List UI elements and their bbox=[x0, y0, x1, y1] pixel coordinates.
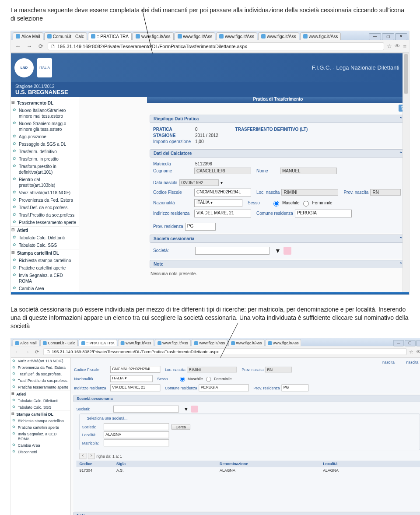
sidebar-item[interactable]: Trasferim. in prestito bbox=[11, 155, 79, 163]
radio-maschile[interactable] bbox=[273, 201, 279, 207]
sidebar-item[interactable]: Tabulato Calc. SGS bbox=[11, 404, 70, 411]
search-matricola-input[interactable] bbox=[104, 440, 169, 447]
field-societa[interactable] bbox=[113, 406, 179, 413]
sidebar-item[interactable]: Invia Segnalaz. a CED ROMA bbox=[11, 272, 79, 285]
radio-maschile[interactable] bbox=[180, 377, 185, 382]
filter-icon[interactable]: ▼ bbox=[274, 247, 282, 255]
star-icon[interactable]: ☆ bbox=[387, 43, 392, 49]
star-icon[interactable]: ☆ bbox=[409, 349, 414, 355]
sidebar-group-tesseramento[interactable]: Tesseramento DL bbox=[11, 99, 79, 107]
sidebar-item[interactable]: Passaggio da SGS a DL bbox=[11, 140, 79, 148]
forward-icon[interactable]: → bbox=[25, 42, 34, 51]
browser-tab[interactable]: www.figc.it/Ass bbox=[216, 32, 257, 40]
sidebar-item[interactable]: Rientro dal prestito(art.103bis) bbox=[11, 176, 79, 189]
eraser-icon[interactable] bbox=[284, 247, 291, 255]
browser-tab[interactable]: www.figc.it/Ass bbox=[155, 340, 191, 347]
search-societa-input[interactable] bbox=[104, 424, 169, 431]
field-comr[interactable]: PERUGIA bbox=[199, 385, 248, 392]
field-provr[interactable]: PG bbox=[281, 385, 308, 392]
sidebar-item[interactable]: Agg.posizione bbox=[11, 133, 79, 140]
panel-riepilogo[interactable]: Riepilogo Dati Pratica⌃ bbox=[150, 115, 406, 123]
sidebar-item[interactable]: Trasf.Prestito da soc.profess. bbox=[11, 378, 70, 384]
select-nazionalita[interactable]: ITALIA ▾ bbox=[194, 199, 242, 207]
sidebar-item[interactable]: Pratiche tesseramento aperte bbox=[11, 219, 79, 226]
radio-femminile[interactable] bbox=[206, 377, 211, 382]
browser-tab[interactable]: www.figc.it/Ass bbox=[300, 32, 341, 40]
url-input[interactable]: 🗋195.31.149.169:8082/Private/Tesserament… bbox=[43, 348, 407, 355]
browser-tab[interactable]: www.figc.it/Ass bbox=[133, 32, 174, 40]
sidebar-group-stampa[interactable]: Stampa cartellini DL bbox=[11, 249, 79, 257]
browser-tab[interactable]: www.figc.it/Ass bbox=[192, 340, 228, 347]
sidebar-item[interactable]: Pratiche cartellini aperte bbox=[11, 264, 79, 272]
browser-tab-active[interactable]: :: PRATICA TRA bbox=[79, 340, 117, 347]
browser-tab[interactable]: Comuni.it - Calc bbox=[44, 32, 87, 40]
pager-prev-icon[interactable]: < bbox=[80, 453, 87, 459]
pager-next-icon[interactable]: > bbox=[88, 453, 95, 459]
sidebar-item[interactable]: Variz.attività(art.118 NOIF) bbox=[11, 358, 70, 364]
search-localita-input[interactable]: ALAGNA bbox=[104, 431, 169, 438]
close-icon[interactable]: ✕ bbox=[416, 340, 420, 347]
field-cf[interactable]: CNCMNL92H02H294L bbox=[110, 366, 160, 373]
cerca-button[interactable]: Cerca bbox=[172, 424, 190, 430]
sidebar-item[interactable]: Nuovo Straniero magg.o minore già tess.e… bbox=[11, 120, 79, 133]
panel-note[interactable]: Note⌃ bbox=[150, 260, 406, 268]
menu-icon[interactable]: ≡ bbox=[403, 43, 406, 49]
panel-calciatore[interactable]: Dati del Calciatore⌃ bbox=[150, 149, 406, 158]
radio-femminile[interactable] bbox=[303, 201, 309, 207]
close-icon[interactable]: ✕ bbox=[395, 33, 407, 40]
sidebar-item[interactable]: Variz.attività(art.118 NOIF) bbox=[11, 189, 79, 196]
grid-row[interactable]: 917304 A.S. ALAGNA ALAGNA bbox=[76, 467, 420, 474]
browser-tab[interactable]: Comuni.it - Calc bbox=[40, 340, 78, 347]
browser-tab[interactable]: www.figc.it/Ass bbox=[265, 340, 301, 347]
sidebar-item[interactable]: Richiesta stampa cartellino bbox=[11, 257, 79, 264]
eye-icon[interactable]: 👁 bbox=[416, 349, 420, 355]
sidebar-item[interactable]: Trasf.Def. da soc.profess. bbox=[11, 371, 70, 378]
browser-tab[interactable]: Alice Mail bbox=[12, 340, 39, 347]
sidebar-item[interactable]: Richiesta stampa cartellino bbox=[11, 418, 70, 424]
sidebar-item[interactable]: Disconnetti bbox=[11, 449, 70, 455]
sidebar-group-atleti[interactable]: Atleti bbox=[11, 391, 70, 398]
field-societa[interactable] bbox=[195, 247, 270, 255]
sidebar-item[interactable]: Trasf.Prestito da soc.profess. bbox=[11, 211, 79, 219]
sidebar-item[interactable]: Trasf.Def. da soc.profess. bbox=[11, 204, 79, 211]
scrollbar[interactable] bbox=[402, 53, 409, 292]
sidebar-item[interactable]: Provenienza da Fed. Estera bbox=[11, 196, 79, 204]
sidebar-item[interactable]: Trasform.prestito in definitivo(art.101) bbox=[11, 163, 79, 176]
sidebar-item[interactable]: Trasferim. definitivo bbox=[11, 148, 79, 155]
maximize-icon[interactable]: ▢ bbox=[405, 340, 416, 347]
sidebar-item[interactable]: Tabulato Calc. Dilettanti bbox=[11, 398, 70, 404]
browser-tab[interactable]: www.figc.it/Ass bbox=[118, 340, 154, 347]
field-comr[interactable]: PERUGIA bbox=[295, 210, 352, 217]
field-indr[interactable]: VIA DEL MARE, 21 bbox=[194, 210, 251, 217]
select-nazionalita[interactable]: ITALIA ▾ bbox=[110, 375, 153, 382]
sidebar-item[interactable]: Provenienza da Fed. Estera bbox=[11, 364, 70, 371]
filter-icon[interactable]: ▼ bbox=[182, 406, 189, 413]
forward-icon[interactable]: → bbox=[23, 348, 31, 356]
browser-tab[interactable]: www.figc.it/Ass bbox=[175, 32, 216, 40]
eye-icon[interactable]: 👁 bbox=[395, 43, 400, 49]
minimize-icon[interactable]: — bbox=[393, 340, 404, 347]
minimize-icon[interactable]: — bbox=[369, 33, 381, 40]
sidebar-item[interactable]: Pratiche cartellini aperte bbox=[11, 424, 70, 431]
url-input[interactable]: 🗋 195.31.149.169:8082/Private/Tesseramen… bbox=[48, 42, 384, 50]
sidebar-item[interactable]: Pratiche tesseramento aperte bbox=[11, 384, 70, 391]
maximize-icon[interactable]: ▢ bbox=[382, 33, 394, 40]
field-provr[interactable]: PG bbox=[185, 223, 216, 231]
panel-note[interactable]: Note⌃ bbox=[73, 512, 420, 515]
sidebar-item[interactable]: Cambia Area bbox=[11, 442, 70, 449]
field-cf[interactable]: CNCMNL92H02H294L bbox=[194, 189, 251, 196]
sidebar-item[interactable]: Tabulato Calc. Dilettanti bbox=[11, 234, 79, 242]
sidebar-group-stampa[interactable]: Stampa cartellini DL bbox=[11, 411, 70, 418]
field-indr[interactable]: VIA DEL MARE, 21 bbox=[110, 385, 160, 392]
panel-cessionaria[interactable]: Società cessionaria⌃ bbox=[73, 395, 420, 403]
sidebar-item[interactable]: Invia Segnalaz. a CED ROMA bbox=[11, 431, 70, 442]
reload-icon[interactable]: ⟳ bbox=[33, 348, 41, 356]
back-icon[interactable]: ← bbox=[13, 348, 21, 356]
sidebar-item[interactable]: Nuovo Italiano/Straniero minore mai tess… bbox=[11, 107, 79, 120]
panel-cessionaria[interactable]: Società cessionaria⌃ bbox=[150, 235, 406, 243]
browser-tab[interactable]: Alice Mail bbox=[13, 32, 43, 40]
browser-tab[interactable]: www.figc.it/Ass bbox=[258, 32, 299, 40]
eraser-icon[interactable] bbox=[191, 406, 198, 413]
calendar-icon[interactable]: ▾ bbox=[220, 180, 223, 185]
browser-tab[interactable]: www.figc.it/Ass bbox=[228, 340, 264, 347]
